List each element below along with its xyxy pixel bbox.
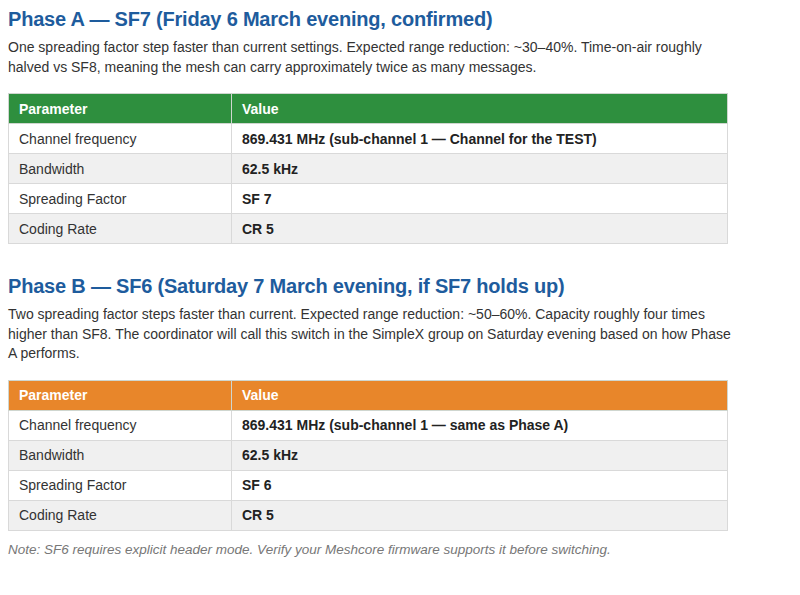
footnote: Note: SF6 requires explicit header mode.… xyxy=(8,541,734,559)
section-phase-a: Phase A — SF7 (Friday 6 March evening, c… xyxy=(8,8,734,244)
table-row: Spreading Factor SF 7 xyxy=(9,184,728,214)
value-cell: 62.5 kHz xyxy=(232,154,728,184)
phase-a-heading: Phase A — SF7 (Friday 6 March evening, c… xyxy=(8,8,734,31)
phase-a-table-body: Channel frequency 869.431 MHz (sub-chann… xyxy=(9,124,728,244)
value-cell: 62.5 kHz xyxy=(232,440,728,470)
value-cell: CR 5 xyxy=(232,214,728,244)
param-column-header: Parameter xyxy=(9,380,232,410)
phase-b-table: Parameter Value Channel frequency 869.43… xyxy=(8,380,728,531)
param-cell: Bandwidth xyxy=(9,440,232,470)
param-cell: Spreading Factor xyxy=(9,470,232,500)
phase-b-table-head: Parameter Value xyxy=(9,380,728,410)
param-column-header: Parameter xyxy=(9,94,232,124)
document-body: Phase A — SF7 (Friday 6 March evening, c… xyxy=(8,8,734,559)
param-cell: Bandwidth xyxy=(9,154,232,184)
table-row: Channel frequency 869.431 MHz (sub-chann… xyxy=(9,410,728,440)
phase-a-table: Parameter Value Channel frequency 869.43… xyxy=(8,93,728,244)
table-row: Bandwidth 62.5 kHz xyxy=(9,154,728,184)
value-column-header: Value xyxy=(232,94,728,124)
phase-a-table-head: Parameter Value xyxy=(9,94,728,124)
param-cell: Coding Rate xyxy=(9,214,232,244)
phase-b-table-body: Channel frequency 869.431 MHz (sub-chann… xyxy=(9,410,728,530)
value-column-header: Value xyxy=(232,380,728,410)
table-row: Channel frequency 869.431 MHz (sub-chann… xyxy=(9,124,728,154)
table-row: Coding Rate CR 5 xyxy=(9,500,728,530)
param-cell: Spreading Factor xyxy=(9,184,232,214)
table-header-row: Parameter Value xyxy=(9,94,728,124)
value-cell: SF 7 xyxy=(232,184,728,214)
table-header-row: Parameter Value xyxy=(9,380,728,410)
value-cell: SF 6 xyxy=(232,470,728,500)
param-cell: Channel frequency xyxy=(9,410,232,440)
value-cell: 869.431 MHz (sub-channel 1 — Channel for… xyxy=(232,124,728,154)
phase-b-description: Two spreading factor steps faster than c… xyxy=(8,305,734,364)
value-cell: CR 5 xyxy=(232,500,728,530)
section-phase-b: Phase B — SF6 (Saturday 7 March evening,… xyxy=(8,275,734,531)
table-row: Coding Rate CR 5 xyxy=(9,214,728,244)
table-row: Bandwidth 62.5 kHz xyxy=(9,440,728,470)
phase-b-heading: Phase B — SF6 (Saturday 7 March evening,… xyxy=(8,275,734,298)
table-row: Spreading Factor SF 6 xyxy=(9,470,728,500)
value-cell: 869.431 MHz (sub-channel 1 — same as Pha… xyxy=(232,410,728,440)
param-cell: Coding Rate xyxy=(9,500,232,530)
phase-a-description: One spreading factor step faster than cu… xyxy=(8,38,734,77)
param-cell: Channel frequency xyxy=(9,124,232,154)
